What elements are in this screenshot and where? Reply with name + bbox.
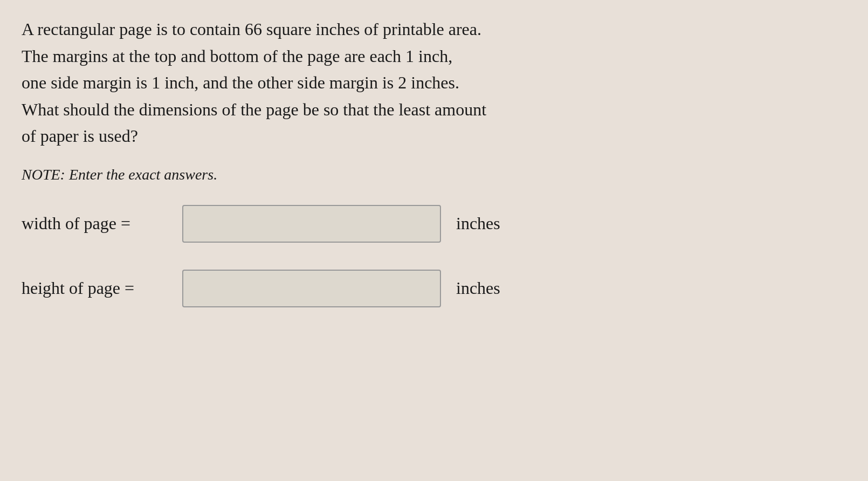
width-label: width of page =	[22, 214, 173, 233]
problem-line1: A rectangular page is to contain 66 squa…	[22, 19, 481, 39]
note-text: NOTE: Enter the exact answers.	[22, 166, 776, 183]
problem-line3: one side margin is 1 inch, and the other…	[22, 73, 459, 92]
problem-line5: of paper is used?	[22, 126, 138, 146]
problem-line2: The margins at the top and bottom of the…	[22, 46, 452, 66]
content-area: A rectangular page is to contain 66 squa…	[22, 16, 776, 334]
height-row: height of page = inches	[22, 270, 776, 307]
height-label: height of page =	[22, 278, 173, 298]
problem-line4: What should the dimensions of the page b…	[22, 100, 486, 119]
height-unit: inches	[456, 278, 500, 298]
width-unit: inches	[456, 214, 500, 233]
width-input[interactable]	[182, 205, 441, 243]
problem-statement: A rectangular page is to contain 66 squa…	[22, 16, 776, 150]
height-input[interactable]	[182, 270, 441, 307]
width-row: width of page = inches	[22, 205, 776, 243]
